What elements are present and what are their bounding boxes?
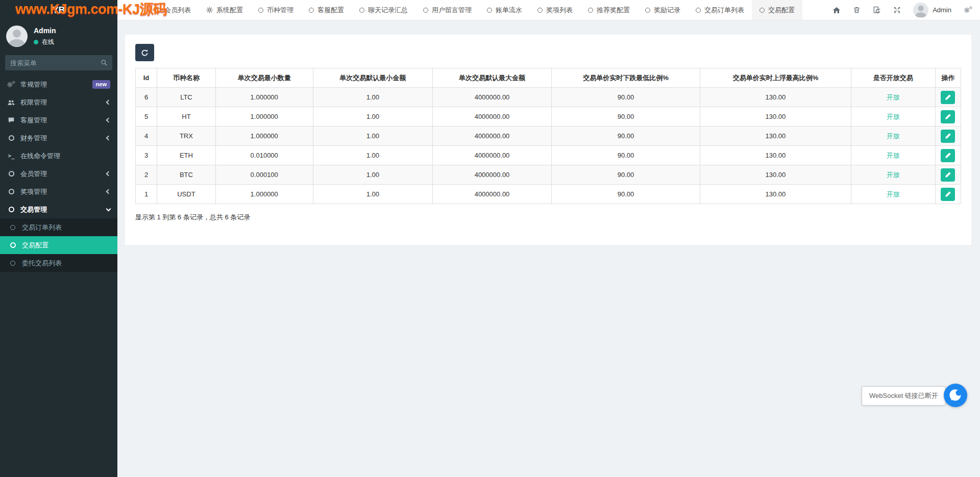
- settings-gears-icon[interactable]: [964, 6, 973, 14]
- refresh-button[interactable]: [135, 44, 154, 61]
- nav-user-name: Admin: [933, 6, 951, 14]
- circle-icon: [645, 8, 650, 13]
- cell-min-amount: 1.00: [313, 165, 432, 185]
- edit-button[interactable]: [941, 188, 955, 201]
- nav-user-menu[interactable]: Admin: [913, 3, 951, 18]
- sidebar-item-finance-management[interactable]: 财务管理: [0, 129, 117, 147]
- online-status-label: 在线: [42, 38, 54, 46]
- circle-icon: [487, 8, 492, 13]
- circle-icon: [7, 189, 15, 194]
- tab-trade-config[interactable]: 交易配置: [752, 0, 802, 20]
- comment-icon: [7, 117, 15, 123]
- sidebar-item-permission-management[interactable]: 权限管理: [0, 93, 117, 111]
- circle-icon: [588, 8, 593, 13]
- websocket-tooltip: WebSocket 链接已断开: [862, 386, 946, 406]
- record-count-summary: 显示第 1 到第 6 条记录，总共 6 条记录: [135, 213, 961, 222]
- tab-award-list[interactable]: 奖项列表: [530, 0, 580, 20]
- table-row: 1 USDT 1.000000 1.00 4000000.00 90.00 13…: [136, 185, 961, 204]
- refresh-icon: [141, 49, 149, 57]
- cell-max-amount: 4000000.00: [433, 146, 552, 165]
- tab-coin-management[interactable]: 币种管理: [251, 0, 301, 20]
- pencil-icon: [945, 191, 951, 197]
- sidebar-item-customer-service-management[interactable]: 客服管理: [0, 111, 117, 129]
- pencil-icon: [945, 152, 951, 159]
- chevron-left-icon: [106, 100, 111, 105]
- cell-max-amount: 4000000.00: [433, 127, 552, 146]
- cell-min-amount: 1.00: [313, 146, 432, 165]
- cell-max-amount: 4000000.00: [433, 107, 552, 127]
- sidebar-item-member-management[interactable]: 会员管理: [0, 165, 117, 183]
- fullscreen-icon[interactable]: [893, 6, 901, 14]
- edit-button[interactable]: [941, 168, 955, 182]
- tab-label: 交易订单列表: [704, 6, 744, 15]
- tab-referral-award-config[interactable]: 推荐奖配置: [580, 0, 638, 20]
- home-icon[interactable]: [832, 6, 841, 14]
- app-logo[interactable]: YB: [0, 0, 117, 20]
- cell-id: 4: [136, 127, 157, 146]
- sidebar-item-online-command-management[interactable]: 在线命令管理: [0, 147, 117, 165]
- sidebar: YB Admin 在线 常规管理 new: [0, 0, 117, 477]
- cell-min-qty: 1.000000: [215, 185, 313, 204]
- tab-member-list[interactable]: 会员列表: [148, 0, 199, 20]
- edit-button[interactable]: [941, 110, 955, 123]
- users-icon: [7, 99, 15, 106]
- trash-icon[interactable]: [853, 6, 861, 14]
- column-header: 是否开放交易: [851, 68, 935, 88]
- table-row: 6 LTC 1.000000 1.00 4000000.00 90.00 130…: [136, 88, 961, 107]
- tab-label: 推荐奖配置: [597, 6, 630, 15]
- cell-min-qty: 1.000000: [215, 88, 313, 107]
- clear-cache-icon[interactable]: [873, 6, 881, 14]
- chevron-down-icon: [106, 206, 111, 211]
- avatar: [913, 3, 928, 18]
- cell-up-pct: 130.00: [700, 165, 851, 185]
- sidebar-user-name: Admin: [34, 27, 56, 35]
- tab-label: 奖励记录: [654, 6, 680, 15]
- circle-icon: [359, 8, 364, 13]
- cell-min-amount: 1.00: [313, 88, 432, 107]
- sidebar-item-label: 在线命令管理: [20, 152, 60, 161]
- edit-button[interactable]: [941, 149, 955, 162]
- sidebar-item-label: 权限管理: [20, 98, 47, 107]
- pencil-icon: [945, 113, 951, 120]
- circle-icon: [9, 261, 17, 266]
- tab-chat-records[interactable]: 聊天记录汇总: [352, 0, 415, 20]
- new-badge: new: [92, 80, 110, 88]
- circle-icon: [423, 8, 428, 13]
- cell-coin: TRX: [157, 127, 216, 146]
- sidebar-item-trade-management[interactable]: 交易管理: [0, 200, 117, 218]
- sidebar-item-general-management[interactable]: 常规管理 new: [0, 76, 117, 93]
- sidebar-subitem-trade-config[interactable]: 交易配置: [0, 236, 117, 254]
- sidebar-subitem-label: 交易配置: [22, 241, 48, 250]
- sidebar-subitem-entrust-trade-list[interactable]: 委托交易列表: [0, 254, 117, 272]
- sidebar-item-award-management[interactable]: 奖项管理: [0, 183, 117, 200]
- chat-bubble-icon: [948, 388, 963, 403]
- cell-down-pct: 90.00: [551, 146, 700, 165]
- cell-down-pct: 90.00: [551, 88, 700, 107]
- sidebar-subitem-trade-order-list[interactable]: 交易订单列表: [0, 218, 117, 236]
- gears-icon: [7, 81, 15, 88]
- chevron-left-icon: [106, 171, 111, 177]
- search-icon[interactable]: [101, 59, 108, 68]
- search-input[interactable]: [5, 55, 112, 70]
- tab-user-messages[interactable]: 用户留言管理: [415, 0, 479, 20]
- table-header-row: Id 币种名称 单次交易最小数量 单次交易默认最小金额 单次交易默认最大金额 交…: [136, 68, 961, 88]
- sidebar-subitem-label: 委托交易列表: [22, 259, 62, 268]
- edit-button[interactable]: [941, 91, 955, 104]
- sidebar-item-label: 会员管理: [20, 169, 47, 179]
- tab-bill-flow[interactable]: 账单流水: [479, 0, 530, 20]
- column-header: 交易单价实时下跌最低比例%: [551, 68, 700, 88]
- cell-id: 1: [136, 185, 157, 204]
- cell-min-qty: 1.000000: [215, 107, 313, 127]
- tab-trade-order-list[interactable]: 交易订单列表: [688, 0, 752, 20]
- circle-icon: [7, 207, 15, 212]
- tab-customer-service-config[interactable]: 客服配置: [301, 0, 352, 20]
- pencil-icon: [945, 133, 951, 139]
- chat-widget-button[interactable]: [944, 384, 967, 407]
- top-navigation-bar: 会员列表 系统配置 币种管理 客服配置 聊天记录汇总 用户留言管理 账单流水: [117, 0, 980, 20]
- tab-system-config[interactable]: 系统配置: [199, 0, 251, 20]
- open-status: 开放: [887, 132, 900, 140]
- tab-label: 聊天记录汇总: [368, 6, 408, 15]
- cell-down-pct: 90.00: [551, 185, 700, 204]
- edit-button[interactable]: [941, 130, 955, 143]
- tab-reward-records[interactable]: 奖励记录: [638, 0, 688, 20]
